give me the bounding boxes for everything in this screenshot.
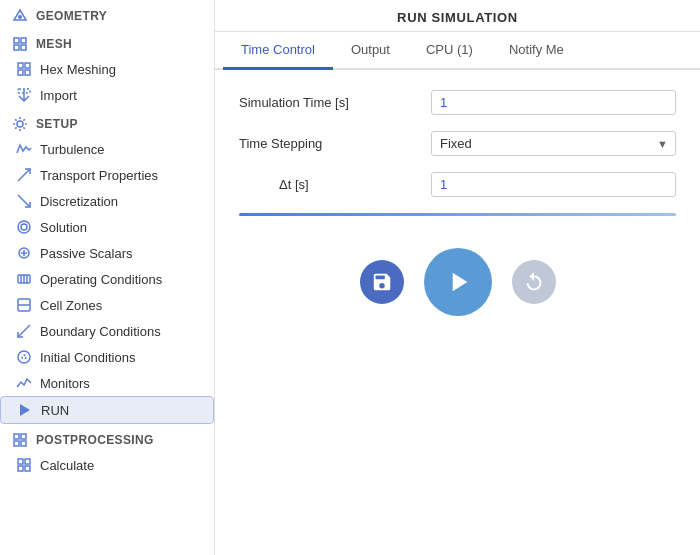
tab-time-control[interactable]: Time Control	[223, 32, 333, 70]
sidebar: GEOMETRY MESH Hex Meshing Import	[0, 0, 215, 555]
simulation-time-row: Simulation Time [s]	[239, 90, 676, 115]
svg-rect-33	[18, 466, 23, 471]
hex-meshing-label: Hex Meshing	[40, 62, 116, 77]
sidebar-setup-label: SETUP	[36, 117, 78, 131]
boundary-icon	[16, 323, 32, 339]
import-label: Import	[40, 88, 77, 103]
monitors-icon	[16, 375, 32, 391]
operating-conditions-label: Operating Conditions	[40, 272, 162, 287]
reset-button[interactable]	[512, 260, 556, 304]
sidebar-item-calculate[interactable]: Calculate	[0, 452, 214, 478]
svg-marker-26	[20, 404, 30, 416]
cell-zones-icon	[16, 297, 32, 313]
sidebar-item-transport-properties[interactable]: Transport Properties	[0, 162, 214, 188]
mesh-icon	[12, 36, 28, 52]
sidebar-item-import[interactable]: Import	[0, 82, 214, 108]
svg-rect-5	[21, 45, 26, 50]
import-icon	[16, 87, 32, 103]
sidebar-item-discretization[interactable]: Discretization	[0, 188, 214, 214]
transport-properties-label: Transport Properties	[40, 168, 158, 183]
sidebar-item-passive-scalars[interactable]: Passive Scalars	[0, 240, 214, 266]
simulation-time-label: Simulation Time [s]	[239, 95, 419, 110]
transport-icon	[16, 167, 32, 183]
svg-rect-4	[14, 45, 19, 50]
sidebar-item-operating-conditions[interactable]: Operating Conditions	[0, 266, 214, 292]
sidebar-item-run[interactable]: RUN	[0, 396, 214, 424]
solution-icon	[16, 219, 32, 235]
sidebar-section-geometry[interactable]: GEOMETRY	[0, 0, 214, 28]
sidebar-section-postprocessing[interactable]: POSTPROCESSING	[0, 424, 214, 452]
svg-line-12	[18, 169, 30, 181]
discretization-label: Discretization	[40, 194, 118, 209]
page-title: RUN SIMULATION	[215, 0, 700, 32]
initial-conditions-icon	[16, 349, 32, 365]
svg-line-23	[18, 325, 30, 337]
svg-rect-29	[14, 441, 19, 446]
svg-rect-31	[18, 459, 23, 464]
time-stepping-select[interactable]: Fixed Variable	[431, 131, 676, 156]
svg-point-25	[22, 355, 26, 359]
section-divider	[239, 213, 676, 216]
sidebar-item-cell-zones[interactable]: Cell Zones	[0, 292, 214, 318]
dt-input[interactable]	[431, 172, 676, 197]
run-label: RUN	[41, 403, 69, 418]
tab-output[interactable]: Output	[333, 32, 408, 70]
solution-label: Solution	[40, 220, 87, 235]
run-controls	[239, 236, 676, 336]
sidebar-item-turbulence[interactable]: Turbulence	[0, 136, 214, 162]
save-button[interactable]	[360, 260, 404, 304]
sidebar-geometry-label: GEOMETRY	[36, 9, 107, 23]
sidebar-item-boundary-conditions[interactable]: Boundary Conditions	[0, 318, 214, 344]
time-stepping-label: Time Stepping	[239, 136, 419, 151]
passive-scalars-icon	[16, 245, 32, 261]
discretization-icon	[16, 193, 32, 209]
calculate-label: Calculate	[40, 458, 94, 473]
sidebar-section-mesh[interactable]: MESH	[0, 28, 214, 56]
sidebar-item-monitors[interactable]: Monitors	[0, 370, 214, 396]
dt-row: Δt [s]	[239, 172, 676, 197]
svg-rect-27	[14, 434, 19, 439]
sidebar-item-solution[interactable]: Solution	[0, 214, 214, 240]
dt-label: Δt [s]	[279, 177, 419, 192]
operating-conditions-icon	[16, 271, 32, 287]
setup-icon	[12, 116, 28, 132]
svg-rect-8	[18, 70, 23, 75]
monitors-label: Monitors	[40, 376, 90, 391]
svg-rect-7	[25, 63, 30, 68]
hex-meshing-icon	[16, 61, 32, 77]
simulation-time-input[interactable]	[431, 90, 676, 115]
svg-rect-32	[25, 459, 30, 464]
play-button[interactable]	[424, 248, 492, 316]
main-panel: RUN SIMULATION Time Control Output CPU (…	[215, 0, 700, 555]
sidebar-item-hex-meshing[interactable]: Hex Meshing	[0, 56, 214, 82]
svg-rect-28	[21, 434, 26, 439]
initial-conditions-label: Initial Conditions	[40, 350, 135, 365]
svg-line-13	[18, 195, 30, 207]
calculate-icon	[16, 457, 32, 473]
svg-point-15	[18, 221, 30, 233]
passive-scalars-label: Passive Scalars	[40, 246, 132, 261]
tab-notify-me[interactable]: Notify Me	[491, 32, 582, 70]
turbulence-icon	[16, 141, 32, 157]
svg-point-11	[17, 121, 23, 127]
cell-zones-label: Cell Zones	[40, 298, 102, 313]
postprocessing-label: POSTPROCESSING	[36, 433, 154, 447]
sidebar-item-initial-conditions[interactable]: Initial Conditions	[0, 344, 214, 370]
svg-rect-9	[25, 70, 30, 75]
form-area: Simulation Time [s] Time Stepping Fixed …	[215, 70, 700, 555]
turbulence-label: Turbulence	[40, 142, 105, 157]
sidebar-mesh-label: MESH	[36, 37, 72, 51]
svg-rect-6	[18, 63, 23, 68]
svg-rect-34	[25, 466, 30, 471]
sidebar-section-setup[interactable]: SETUP	[0, 108, 214, 136]
tab-cpu[interactable]: CPU (1)	[408, 32, 491, 70]
run-icon	[17, 402, 33, 418]
svg-point-14	[21, 224, 27, 230]
svg-rect-30	[21, 441, 26, 446]
svg-marker-35	[452, 273, 467, 292]
svg-rect-3	[21, 38, 26, 43]
svg-point-1	[18, 15, 22, 19]
time-stepping-row: Time Stepping Fixed Variable ▼	[239, 131, 676, 156]
boundary-conditions-label: Boundary Conditions	[40, 324, 161, 339]
tab-bar: Time Control Output CPU (1) Notify Me	[215, 32, 700, 70]
